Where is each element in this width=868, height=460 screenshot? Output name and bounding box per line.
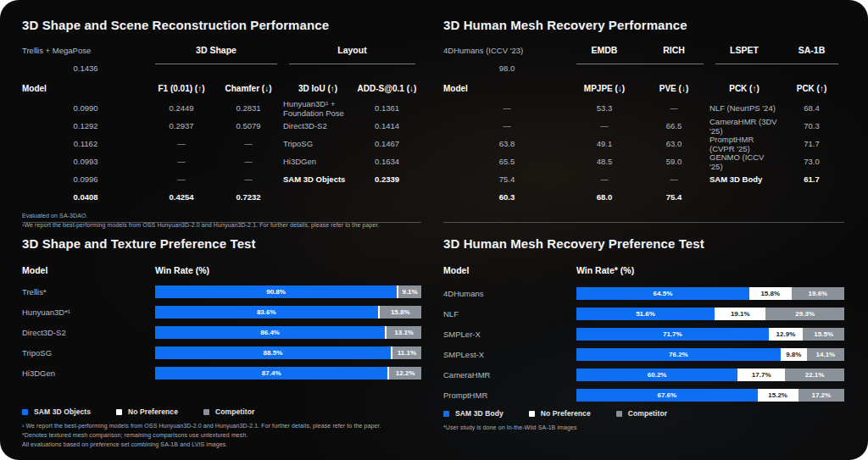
value-cell: 75.4 xyxy=(638,188,709,206)
bar-model-label: PromptHMR xyxy=(443,391,576,400)
value-cell: 0.2937 xyxy=(149,117,214,135)
shape-preference-legend: SAM 3D ObjectsNo PreferenceCompetitor xyxy=(22,407,421,416)
competitor-segment: 29.3% xyxy=(765,308,844,320)
value-cell: 0.1292 xyxy=(22,117,149,135)
model-column-header: Model xyxy=(22,77,149,99)
legend-item: No Preference xyxy=(116,407,178,416)
value-cell: — xyxy=(214,170,283,188)
value-cell: 61.7 xyxy=(779,170,844,188)
bar-row: Hi3DGen87.4%12.2% xyxy=(22,367,421,380)
value-cell: 65.5 xyxy=(443,152,570,170)
mesh-performance-table: EMDBRICHLSPETSA-1BModelMPJPE (↓)PVE (↓)P… xyxy=(443,42,844,206)
shape-performance-footnotes: Evaluated on SA-3DAO.¹We report the best… xyxy=(22,212,421,230)
bar-model-label: Hunyuan3D*¹ xyxy=(22,308,155,317)
value-cell: 68.4 xyxy=(779,99,844,117)
win-rate-column-header: Win Rate* (%) xyxy=(576,265,844,275)
value-cell: 0.1162 xyxy=(22,135,149,152)
value-cell: 0.5079 xyxy=(214,117,283,135)
legend-swatch-no-preference-segment xyxy=(529,411,535,417)
no-preference-segment: 15.2% xyxy=(758,389,798,402)
group-header: Layout xyxy=(283,42,421,55)
bar-row: CameraHMR60.2%17.7%22.1% xyxy=(443,369,844,381)
group-header: 3D Shape xyxy=(149,42,283,55)
bar-model-label: TripoSG xyxy=(22,348,155,357)
stacked-bar: 88.5%11.1% xyxy=(155,346,421,359)
value-cell: 0.0408 xyxy=(22,188,149,206)
section-title-shape-preference: 3D Shape and Texture Preference Test xyxy=(22,236,421,252)
value-cell: — xyxy=(443,99,570,117)
metric-column-header: ADD-S@0.1 (↓) xyxy=(353,77,421,99)
value-cell: 53.3 xyxy=(570,99,638,117)
competitor-segment: 11.1% xyxy=(392,346,421,359)
value-cell: 75.4 xyxy=(443,170,570,188)
bar-row: Trellis*90.8%9.1% xyxy=(22,285,421,298)
value-cell: — xyxy=(443,117,570,135)
mesh-preference-chart-header: Model Win Rate* (%) xyxy=(443,265,844,275)
value-cell: 68.0 xyxy=(570,188,638,206)
competitor-segment: 19.6% xyxy=(792,287,844,300)
win-segment: 87.4% xyxy=(155,367,387,380)
legend-item: Competitor xyxy=(203,407,254,416)
group-underline xyxy=(155,64,277,64)
legend-item: No Preference xyxy=(529,409,591,418)
win-segment: 86.4% xyxy=(155,326,385,339)
value-cell: 66.5 xyxy=(638,117,709,135)
win-rate-column-header: Win Rate (%) xyxy=(155,265,421,275)
value-cell: 98.0 xyxy=(443,59,570,77)
table-row-model-5: SAM 3D Objects xyxy=(283,170,353,188)
value-cell: 70.3 xyxy=(779,117,844,135)
value-cell: 59.0 xyxy=(638,152,709,170)
bar-row: SMPLest-X76.2%9.8%14.1% xyxy=(443,348,844,361)
value-cell: — xyxy=(638,99,709,117)
metric-column-header: PCK (↑) xyxy=(779,77,844,99)
competitor-segment: 9.1% xyxy=(398,285,421,298)
bar-row: Hunyuan3D*¹83.6%15.8% xyxy=(22,306,421,319)
competitor-segment: 15.5% xyxy=(803,328,844,341)
shape-preference-chart-header: Model Win Rate (%) xyxy=(22,265,421,275)
bar-model-label: Hi3DGen xyxy=(22,369,155,378)
legend-label: Competitor xyxy=(628,409,667,418)
right-section-divider xyxy=(443,222,844,223)
win-segment: 83.6% xyxy=(155,306,378,319)
stacked-bar: 83.6%15.8% xyxy=(155,306,421,319)
bar-model-label: NLF xyxy=(443,309,576,319)
value-cell: 49.1 xyxy=(570,135,638,152)
benchmark-card: 3D Shape and Scene Reconstruction Perfor… xyxy=(0,0,868,460)
model-column-header: Model xyxy=(443,77,570,99)
legend-swatch-win-segment xyxy=(443,411,449,417)
value-cell: 63.0 xyxy=(638,135,709,152)
value-cell: 0.1361 xyxy=(353,99,421,117)
no-preference-segment: 12.9% xyxy=(769,328,804,341)
metric-column-header: PCK (↑) xyxy=(709,77,779,99)
value-cell: — xyxy=(214,152,283,170)
group-header: RICH xyxy=(638,42,709,55)
stacked-bar: 76.2%9.8%14.1% xyxy=(576,348,844,361)
no-preference-segment: 15.8% xyxy=(749,287,792,300)
value-cell: — xyxy=(149,152,214,170)
bar-model-label: Trellis* xyxy=(22,287,155,297)
legend-swatch-win-segment xyxy=(22,409,28,415)
metric-column-header: Chamfer (↓) xyxy=(214,77,283,99)
group-header: EMDB xyxy=(570,42,638,55)
legend-item: SAM 3D Objects xyxy=(22,407,91,416)
legend-label: No Preference xyxy=(541,409,591,418)
competitor-segment: 14.1% xyxy=(807,348,844,361)
no-preference-segment: 9.8% xyxy=(781,348,807,361)
value-cell: 0.1436 xyxy=(22,59,149,77)
win-segment: 64.5% xyxy=(576,287,749,300)
bar-row: SMPLer-X71.7%12.9%15.5% xyxy=(443,328,844,341)
value-cell: 0.1414 xyxy=(353,117,421,135)
value-cell: 0.0990 xyxy=(22,99,149,117)
no-preference-segment: 19.1% xyxy=(715,308,765,320)
value-cell: 0.4254 xyxy=(149,188,214,206)
value-cell: — xyxy=(214,135,283,152)
group-header: SA-1B xyxy=(779,42,844,55)
stacked-bar: 67.6%15.2%17.2% xyxy=(576,389,844,402)
model-column-header: Model xyxy=(443,265,576,275)
value-cell: 0.0996 xyxy=(22,170,149,188)
table-row-model-5: SAM 3D Body xyxy=(709,170,779,188)
bar-row: Direct3D-S286.4%13.1% xyxy=(22,326,421,339)
bar-row: 4DHumans64.5%15.8%19.6% xyxy=(443,287,844,300)
legend-swatch-competitor-segment xyxy=(203,409,209,415)
bar-model-label: SMPLer-X xyxy=(443,330,576,339)
